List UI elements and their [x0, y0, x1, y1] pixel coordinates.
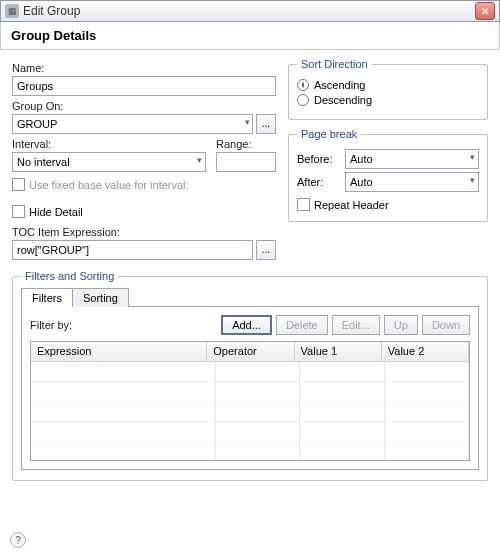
- after-select[interactable]: Auto: [345, 172, 479, 192]
- toc-input[interactable]: [12, 240, 253, 260]
- col-operator[interactable]: Operator: [207, 342, 294, 361]
- filter-by-label: Filter by:: [30, 319, 217, 331]
- range-input[interactable]: [216, 152, 276, 172]
- help-icon[interactable]: ?: [10, 532, 26, 548]
- hide-detail-label: Hide Detail: [29, 206, 83, 218]
- interval-label: Interval:: [12, 138, 206, 150]
- filters-sorting-group: Filters and Sorting Filters Sorting Filt…: [12, 270, 488, 481]
- after-label: After:: [297, 176, 339, 188]
- up-button[interactable]: Up: [384, 315, 418, 335]
- toc-label: TOC Item Expression:: [12, 226, 276, 238]
- fixed-base-checkbox[interactable]: [12, 178, 25, 191]
- interval-select[interactable]: No interval: [12, 152, 206, 172]
- tab-sorting[interactable]: Sorting: [72, 288, 129, 307]
- down-button[interactable]: Down: [422, 315, 470, 335]
- tab-filters[interactable]: Filters: [21, 288, 73, 307]
- name-label: Name:: [12, 62, 276, 74]
- edit-button[interactable]: Edit...: [332, 315, 380, 335]
- descending-radio[interactable]: [297, 94, 309, 106]
- filters-grid[interactable]: Expression Operator Value 1 Value 2: [30, 341, 470, 461]
- col-value1[interactable]: Value 1: [295, 342, 382, 361]
- col-value2[interactable]: Value 2: [382, 342, 469, 361]
- ascending-radio[interactable]: [297, 79, 309, 91]
- group-on-select[interactable]: GROUP: [12, 114, 253, 134]
- ascending-label: Ascending: [314, 79, 365, 91]
- name-input[interactable]: [12, 76, 276, 96]
- repeat-header-checkbox[interactable]: [297, 198, 310, 211]
- hide-detail-checkbox[interactable]: [12, 205, 25, 218]
- descending-label: Descending: [314, 94, 372, 106]
- delete-button[interactable]: Delete: [276, 315, 328, 335]
- group-on-label: Group On:: [12, 100, 276, 112]
- window-title: Edit Group: [23, 4, 475, 18]
- col-expression[interactable]: Expression: [31, 342, 207, 361]
- group-on-browse-button[interactable]: ...: [256, 114, 276, 134]
- close-button[interactable]: ✕: [475, 2, 495, 20]
- filters-legend: Filters and Sorting: [21, 270, 118, 282]
- page-break-legend: Page break: [297, 128, 361, 140]
- before-select[interactable]: Auto: [345, 149, 479, 169]
- sort-direction-group: Sort Direction Ascending Descending: [288, 58, 488, 120]
- before-label: Before:: [297, 153, 339, 165]
- sort-legend: Sort Direction: [297, 58, 372, 70]
- repeat-header-label: Repeat Header: [314, 199, 389, 211]
- toc-browse-button[interactable]: ...: [256, 240, 276, 260]
- fixed-base-label: Use fixed base value for interval:: [29, 179, 189, 191]
- range-label: Range:: [216, 138, 276, 150]
- page-title: Group Details: [11, 28, 489, 43]
- section-header: Group Details: [0, 22, 500, 50]
- add-button[interactable]: Add...: [221, 315, 272, 335]
- window-icon: ▦: [5, 4, 19, 18]
- page-break-group: Page break Before: Auto ▾ After: Auto ▾: [288, 128, 488, 222]
